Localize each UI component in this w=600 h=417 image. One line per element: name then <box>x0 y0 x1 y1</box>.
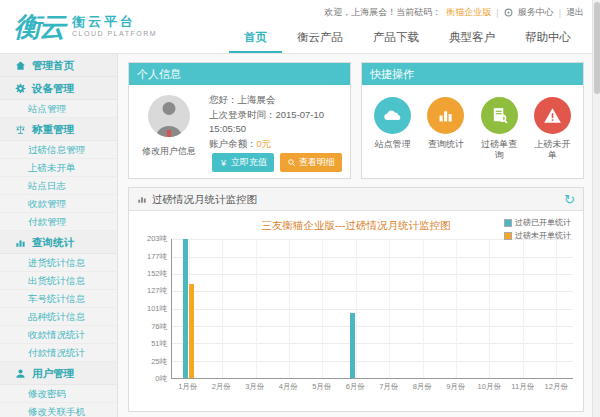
x-tick-label: 6月份 <box>339 379 373 392</box>
chart-panel: 过磅情况月统计监控图 ↻ 过磅已开单统计过磅未开单统计 三友衡猫企业版---过磅… <box>128 187 584 412</box>
warning-icon <box>534 97 571 134</box>
main-nav: 首页衡云产品产品下载典型客户帮助中心 <box>196 23 600 53</box>
welcome-text: 欢迎，上海展会！当前砝码： <box>324 6 441 19</box>
search-doc-icon <box>481 97 518 134</box>
y-tick-label: 0吨 <box>155 374 167 384</box>
legend-item: 过磅已开单统计 <box>504 217 571 228</box>
y-tick-label: 25吨 <box>151 357 167 367</box>
x-tick-label: 11月份 <box>506 379 540 392</box>
x-tick-label: 4月份 <box>272 379 306 392</box>
logo-name-cn: 衡云平台 <box>72 14 157 30</box>
sidebar-item[interactable]: 上磅未开单 <box>0 159 117 177</box>
sidebar-section-label: 管理首页 <box>32 58 74 72</box>
recharge-button[interactable]: ¥ 立即充值 <box>212 153 274 172</box>
x-tick-label: 2月份 <box>205 379 239 392</box>
bar-issued <box>350 313 355 378</box>
bar-group <box>506 239 539 378</box>
scrollbar <box>592 0 600 417</box>
sidebar-item[interactable]: 付款情况统计 <box>0 344 117 362</box>
bar-group <box>239 239 272 378</box>
x-tick-label: 7月份 <box>372 379 406 392</box>
sidebar-item[interactable]: 站点管理 <box>0 100 117 118</box>
chart-y-axis: 203吨177吨152吨127吨101吨76吨51吨25吨0吨 <box>139 239 171 379</box>
chart-icon <box>137 194 147 204</box>
chart-body: 过磅已开单统计过磅未开单统计 三友衡猫企业版---过磅情况月统计监控图 203吨… <box>129 211 583 411</box>
x-tick-label: 5月份 <box>305 379 339 392</box>
edit-profile-link[interactable]: 修改用户信息 <box>142 145 196 158</box>
last-login-time: 15:05:50 <box>209 122 342 137</box>
view-detail-button[interactable]: 查看明细 <box>280 153 342 172</box>
sidebar-section-title[interactable]: 查询统计 <box>0 231 117 254</box>
nav-item[interactable]: 衡云产品 <box>282 23 358 53</box>
y-tick-label: 177吨 <box>147 252 167 262</box>
legend-swatch <box>504 219 512 227</box>
sidebar: 管理首页设备管理站点管理称重管理过磅信息管理上磅未开单站点日志收款管理付款管理查… <box>0 54 118 417</box>
sidebar-item[interactable]: 修改密码 <box>0 385 117 403</box>
quick-action-label: 查询统计 <box>419 139 472 150</box>
sidebar-item[interactable]: 站点日志 <box>0 177 117 195</box>
sidebar-section-title[interactable]: 用户管理 <box>0 362 117 385</box>
service-center-link[interactable]: 服务中心 <box>518 6 554 19</box>
quick-actions-body: 站点管理查询统计过磅单查询上磅未开单 <box>362 85 583 178</box>
sidebar-item[interactable]: 进货统计信息 <box>0 254 117 272</box>
nav-item[interactable]: 典型客户 <box>434 23 510 53</box>
stats-icon <box>15 237 26 248</box>
sidebar-item[interactable]: 修改关联手机 <box>0 403 117 417</box>
logout-link[interactable]: 退出 <box>566 6 584 19</box>
content: 个人信息 修改用户信息 您好：上海展会 上次登录时间：2015-07-1 <box>118 54 600 417</box>
nav-item[interactable]: 帮助中心 <box>510 23 586 53</box>
bar-group <box>373 239 406 378</box>
sidebar-item[interactable]: 车号统计信息 <box>0 290 117 308</box>
nav-item[interactable]: 首页 <box>229 23 282 53</box>
quick-action-label: 过磅单查询 <box>473 139 526 162</box>
greeting-text: 您好：上海展会 <box>209 93 342 108</box>
logo-name-en: CLOUD PLATFORM <box>72 30 157 39</box>
chart-legend: 过磅已开单统计过磅未开单统计 <box>504 217 571 243</box>
bar-group <box>272 239 305 378</box>
chart-panel-title: 过磅情况月统计监控图 <box>152 192 257 206</box>
sidebar-section-title[interactable]: 管理首页 <box>0 54 117 77</box>
sidebar-item[interactable]: 收款情况统计 <box>0 326 117 344</box>
bar-group <box>172 239 205 378</box>
bar-unissued <box>189 284 194 378</box>
sidebar-section-title[interactable]: 称重管理 <box>0 118 117 141</box>
x-tick-label: 12月份 <box>540 379 574 392</box>
sidebar-item[interactable]: 品种统计信息 <box>0 308 117 326</box>
gear-icon <box>15 83 26 94</box>
legend-label: 过磅未开单统计 <box>515 230 571 241</box>
scrollbar-thumb[interactable] <box>594 2 600 94</box>
sidebar-item[interactable]: 付款管理 <box>0 213 117 231</box>
y-tick-label: 152吨 <box>147 269 167 279</box>
profile-panel-title: 个人信息 <box>129 63 350 85</box>
y-tick-label: 101吨 <box>147 304 167 314</box>
quick-action[interactable]: 站点管理 <box>366 97 419 172</box>
x-tick-label: 1月份 <box>171 379 205 392</box>
sidebar-section-title[interactable]: 设备管理 <box>0 77 117 100</box>
home-icon <box>15 60 26 71</box>
quick-action[interactable]: 过磅单查询 <box>473 97 526 172</box>
quick-actions-title: 快捷操作 <box>362 63 583 85</box>
balance-value: 0元 <box>257 138 272 149</box>
sidebar-item[interactable]: 过磅信息管理 <box>0 141 117 159</box>
sidebar-item[interactable]: 出货统计信息 <box>0 272 117 290</box>
bar-group <box>339 239 372 378</box>
edition-link[interactable]: 衡猫企业版 <box>446 6 491 19</box>
refresh-icon[interactable]: ↻ <box>564 193 575 206</box>
top-bar: 衡云 衡云平台 CLOUD PLATFORM 欢迎，上海展会！当前砝码： 衡猫企… <box>0 0 600 54</box>
y-tick-label: 51吨 <box>151 339 167 349</box>
y-tick-label: 203吨 <box>147 234 167 244</box>
bar-issued <box>183 239 188 378</box>
x-tick-label: 9月份 <box>439 379 473 392</box>
sidebar-item[interactable]: 收款管理 <box>0 195 117 213</box>
quick-action[interactable]: 查询统计 <box>419 97 472 172</box>
scale-icon <box>15 124 26 135</box>
y-tick-label: 76吨 <box>151 322 167 332</box>
welcome-bar: 欢迎，上海展会！当前砝码： 衡猫企业版 | 服务中心 | 退出 <box>196 0 600 19</box>
divider: | <box>559 8 561 18</box>
profile-panel: 个人信息 修改用户信息 您好：上海展会 上次登录时间：2015-07-1 <box>128 62 351 179</box>
balance-row: 账户余额：0元 <box>209 137 342 152</box>
bar-group <box>540 239 573 378</box>
quick-action[interactable]: 上磅未开单 <box>526 97 579 172</box>
bar-group <box>406 239 439 378</box>
nav-item[interactable]: 产品下载 <box>358 23 434 53</box>
